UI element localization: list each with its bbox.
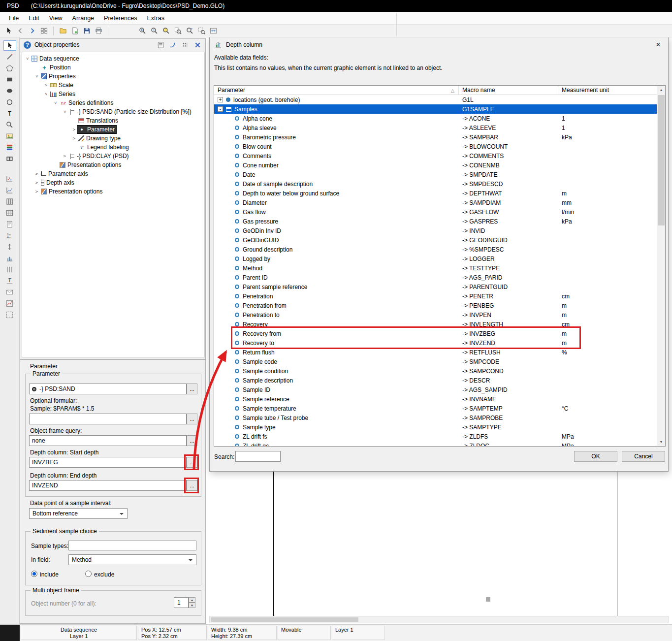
tree-item-properties[interactable]: >Properties (22, 72, 204, 81)
ok-button[interactable]: OK (574, 451, 617, 462)
field-row[interactable]: Date of sample description-> SMPDESCD (214, 179, 657, 189)
field-row[interactable]: Method-> TESTTYPE (214, 263, 657, 273)
field-row[interactable]: Sample condition-> SAMPCOND (214, 366, 657, 376)
field-row[interactable]: Sample reference-> INVNAME (214, 394, 657, 404)
field-row[interactable]: Sample ID-> AGS_SAMPID (214, 385, 657, 394)
object-number-spinner[interactable] (189, 597, 195, 608)
tree-item-position[interactable]: +Position (22, 63, 204, 72)
remove-icon[interactable] (193, 40, 202, 49)
tool-frame-icon[interactable] (3, 310, 16, 320)
tree-item-parameter-axis[interactable]: >Parameter axis (22, 169, 204, 178)
tool-annotation-icon[interactable]: T (3, 276, 16, 286)
scrollbar-thumb[interactable] (658, 95, 665, 225)
end-depth-browse-button[interactable]: ... (187, 480, 197, 491)
zoom-out-icon[interactable] (149, 26, 160, 36)
print-icon[interactable] (93, 26, 104, 36)
field-row[interactable]: Recovery to-> INVZENDm (214, 338, 657, 348)
tree-item-psd-sand[interactable]: >-} PSD:SAND (Particle size Distribution… (22, 107, 204, 116)
tool-report-icon[interactable] (3, 219, 16, 229)
cancel-button[interactable]: Cancel (622, 451, 665, 462)
field-row[interactable]: GeODin Inv ID-> INVID (214, 226, 657, 235)
field-row[interactable]: GeODinGUID-> GEODINGUID (214, 235, 657, 245)
field-row[interactable]: Recovery from-> INVZBEGm (214, 329, 657, 338)
tool-scatter-icon[interactable] (3, 174, 16, 184)
chevron-right-icon[interactable]: > (33, 171, 40, 176)
tree-item-scale[interactable]: >Scale (22, 81, 204, 90)
chevron-right-icon[interactable]: > (71, 136, 77, 141)
zoom-page-icon[interactable] (172, 26, 183, 36)
chevron-right-icon[interactable]: > (71, 127, 77, 132)
list-view-icon[interactable] (156, 40, 165, 49)
field-row[interactable]: Cone number-> CONENMB (214, 160, 657, 170)
field-row[interactable]: Depth to water below ground surface-> DE… (214, 189, 657, 198)
field-row[interactable]: Sample type-> SAMPTYPE (214, 422, 657, 432)
chevron-down-icon[interactable]: > (34, 73, 39, 80)
tool-table-icon[interactable] (3, 208, 16, 218)
tree-item-series[interactable]: >Series (22, 90, 204, 98)
menu-item-extras[interactable]: Extras (142, 12, 169, 24)
pair-icon[interactable] (181, 40, 190, 49)
expand-icon[interactable]: + (218, 97, 223, 102)
canvas-horizontal-scrollbar[interactable] (209, 616, 669, 623)
field-row[interactable]: Penetration-> PENETRcm (214, 291, 657, 301)
field-row[interactable]: Sample tube / Test probe-> SAMPROBE (214, 413, 657, 422)
chevron-right-icon[interactable]: > (62, 154, 68, 159)
chevron-down-icon[interactable]: > (44, 91, 49, 97)
dialog-titlebar[interactable]: Depth column (210, 37, 668, 52)
table-vertical-scrollbar[interactable] (657, 86, 665, 446)
field-row[interactable]: Gas flow-> GASFLOWl/min (214, 207, 657, 217)
object-number-input[interactable]: 1 (174, 597, 189, 608)
tool-text-icon[interactable]: T (3, 108, 16, 119)
field-row[interactable]: Sample temperature-> SAMPTEMP°C (214, 404, 657, 413)
tool-rectangle-icon[interactable] (3, 74, 16, 85)
window-layout-icon[interactable] (38, 26, 49, 36)
tool-ellipse-icon[interactable] (3, 86, 16, 96)
tool-depth-scale-icon[interactable]: 2m4m (3, 230, 16, 241)
zoom-in-icon[interactable] (137, 26, 148, 36)
field-row[interactable]: Date-> SMPDATE (214, 170, 657, 179)
field-row[interactable]: ZL drift qc-> ZLDQCMPa (214, 441, 657, 446)
chevron-right-icon[interactable]: > (33, 189, 40, 194)
assign-icon[interactable] (168, 40, 177, 49)
field-row[interactable]: Return flush-> RETFLUSH% (214, 348, 657, 357)
tool-image-icon[interactable] (3, 131, 16, 141)
nav-back-icon[interactable] (15, 26, 26, 36)
tool-palette-icon[interactable] (3, 142, 16, 153)
menu-item-preferences[interactable]: Preferences (99, 12, 142, 24)
tool-media-icon[interactable] (3, 154, 16, 164)
tool-profile-icon[interactable] (3, 185, 16, 195)
field-row[interactable]: Sample description-> DESCR (214, 376, 657, 385)
field-row[interactable]: Alpha sleeve-> ASLEEVE1 (214, 123, 657, 132)
search-input[interactable] (235, 451, 281, 462)
formula-browse-button[interactable]: ... (187, 414, 197, 424)
sample-types-input[interactable] (68, 541, 196, 550)
tool-circle-icon[interactable] (3, 97, 16, 107)
selection-handle[interactable] (486, 597, 490, 602)
field-row[interactable]: Penetration from-> PENBEGm (214, 301, 657, 310)
spin-up-icon[interactable] (189, 597, 195, 603)
nav-forward-icon[interactable] (27, 26, 37, 36)
tool-chart-icon[interactable] (3, 298, 16, 309)
zoom-cursor-icon[interactable] (184, 26, 195, 36)
field-row[interactable]: Recovery-> INVLENGTHcm (214, 320, 657, 329)
parameter-value-field[interactable]: -} PSD:SAND (29, 384, 187, 394)
menu-item-edit[interactable]: Edit (24, 12, 44, 24)
tree-item-legend-labeling[interactable]: TLegend labeling (22, 143, 204, 152)
tree-item-psd-clay[interactable]: >-} PSD:CLAY (PSD) (22, 152, 204, 160)
column-measurement-unit[interactable]: Measurement unit (558, 86, 657, 95)
field-row[interactable]: +locations (geot. borehole)G1L (214, 95, 657, 104)
zoom-color-icon[interactable] (160, 26, 171, 36)
tool-draw-icon[interactable] (3, 52, 16, 62)
tree-item-parameter[interactable]: >●Parameter (22, 125, 204, 134)
column-macro-name[interactable]: Macro name (459, 86, 558, 95)
tool-columns-icon[interactable] (3, 196, 16, 207)
field-row[interactable]: Penetration to-> INVPENm (214, 310, 657, 320)
chevron-down-icon[interactable]: > (63, 109, 67, 115)
spin-down-icon[interactable] (189, 603, 195, 608)
menu-item-view[interactable]: View (44, 12, 67, 24)
scroll-up-icon[interactable] (657, 86, 665, 94)
tree-item-series-definitions[interactable]: >1.2Series definitions (22, 98, 204, 107)
end-depth-field[interactable]: INVZEND (29, 480, 187, 491)
menu-item-file[interactable]: File (4, 12, 24, 24)
collapse-icon[interactable]: - (218, 106, 223, 112)
